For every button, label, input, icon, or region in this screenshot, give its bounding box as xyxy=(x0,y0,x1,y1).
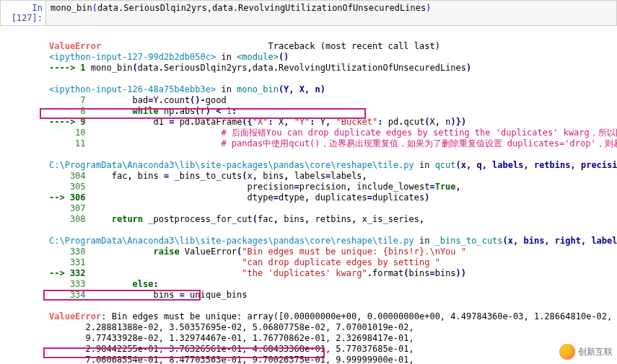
final-error-name: ValueError xyxy=(49,311,101,321)
code-text: mono_bin(data.SeriousDlqin2yrs,data.Revo… xyxy=(51,3,431,13)
frame4-path: C:\ProgramData\Anaconda3\lib\site-packag… xyxy=(49,236,414,246)
arrow-9: ----> 9 xyxy=(49,117,86,127)
arrow-332: --> 332 xyxy=(49,268,86,278)
final-error-msg: : Bin edges must be unique: xyxy=(101,311,242,321)
watermark-text: 创新互联 xyxy=(578,346,613,358)
watermark-logo-icon xyxy=(559,344,575,360)
frame2-loc: <ipython-input-126-48a75b4ebb3e> xyxy=(49,84,216,94)
code-input-area[interactable]: mono_bin(data.SeriousDlqin2yrs,data.Revo… xyxy=(45,1,616,25)
frame1-loc: <ipython-input-127-99d2b2db050c> xyxy=(49,52,216,62)
output-traceback: ValueError Traceback (most recent call l… xyxy=(45,26,617,364)
frame3-path: C:\ProgramData\Anaconda3\lib\site-packag… xyxy=(49,160,414,170)
watermark: 创新互联 xyxy=(559,344,613,360)
arrow-306: --> 306 xyxy=(49,192,86,203)
cell-prompt: In [127]: xyxy=(1,1,45,25)
code-cell: In [127]: mono_bin(data.SeriousDlqin2yrs… xyxy=(0,0,617,26)
traceback-label: Traceback (most recent call last) xyxy=(268,41,439,51)
arrow-1: ----> 1 xyxy=(49,63,91,73)
error-name: ValueError xyxy=(49,41,101,51)
